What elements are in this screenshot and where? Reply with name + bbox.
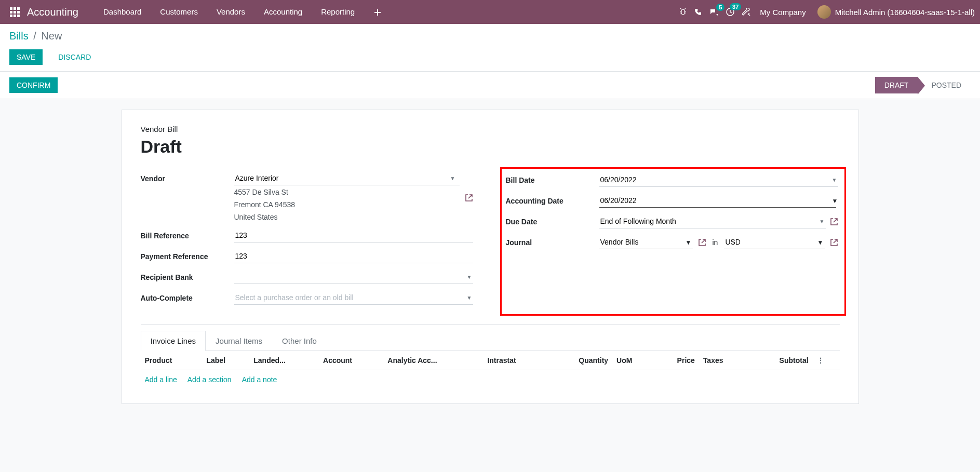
chat-icon[interactable]: 5	[710, 8, 718, 16]
discard-button[interactable]: Discard	[51, 49, 98, 65]
accounting-date-field[interactable]	[599, 194, 836, 208]
columns-menu-icon[interactable]: ⋮	[813, 351, 840, 370]
add-section-link[interactable]: Add a section	[187, 375, 232, 384]
stage-posted[interactable]: Posted	[918, 77, 971, 93]
breadcrumb: Bills / New	[9, 30, 971, 42]
recipient-bank-field[interactable]	[234, 270, 473, 284]
status-bar: Confirm Draft Posted	[0, 72, 980, 99]
nav-systray: 5 37	[679, 7, 750, 17]
tab-other-info[interactable]: Other Info	[272, 331, 327, 351]
bill-date-field[interactable]	[599, 173, 838, 187]
save-button[interactable]: Save	[9, 49, 43, 65]
nav-vendors[interactable]: Vendors	[207, 1, 254, 23]
form-view: Vendor Bill Draft Vendor ▼ 4557 De Silv	[0, 99, 980, 414]
breadcrumb-bills[interactable]: Bills	[9, 30, 29, 42]
apps-icon[interactable]	[8, 6, 21, 18]
col-subtotal: Subtotal	[748, 351, 812, 370]
label-vendor: Vendor	[141, 171, 234, 183]
notebook-tabs: Invoice Lines Journal Items Other Info	[141, 331, 840, 351]
label-accounting-date: Accounting Date	[506, 194, 599, 205]
add-line-link[interactable]: Add a line	[145, 375, 177, 384]
bug-icon[interactable]	[679, 8, 687, 16]
due-date-field[interactable]	[599, 214, 826, 228]
col-analytic: Analytic Acc...	[383, 351, 483, 370]
page-title: Draft	[141, 137, 840, 157]
col-product: Product	[141, 351, 203, 370]
form-col-left: Vendor ▼ 4557 De Silva St Fremont CA 945…	[141, 171, 473, 312]
invoice-lines-table: Product Label Landed... Account Analytic…	[141, 351, 840, 389]
bill-reference-field[interactable]	[234, 228, 473, 242]
label-bill-date: Bill Date	[506, 173, 599, 184]
col-intrastat: Intrastat	[483, 351, 547, 370]
col-quantity: Quantity	[547, 351, 612, 370]
table-row: Add a line Add a section Add a note	[141, 370, 840, 389]
user-menu[interactable]: Mitchell Admin (16604604-saas-15-1-all)	[817, 5, 975, 19]
chat-badge: 5	[716, 4, 724, 11]
col-uom: UoM	[612, 351, 654, 370]
company-selector[interactable]: My Company	[760, 8, 806, 17]
avatar	[817, 5, 831, 19]
col-price: Price	[654, 351, 699, 370]
col-account: Account	[319, 351, 383, 370]
table-header-row: Product Label Landed... Account Analytic…	[141, 351, 840, 370]
label-due-date: Due Date	[506, 214, 599, 226]
nav-add[interactable]	[364, 1, 391, 23]
col-label: Label	[202, 351, 249, 370]
journal-in-label: in	[713, 238, 718, 247]
title-label: Vendor Bill	[141, 125, 840, 133]
payment-reference-field[interactable]	[234, 249, 473, 263]
status-stages: Draft Posted	[875, 77, 971, 93]
external-link-icon[interactable]	[465, 193, 473, 202]
currency-field[interactable]	[724, 235, 824, 249]
label-pay-ref: Payment Reference	[141, 249, 234, 261]
external-link-icon[interactable]	[698, 238, 706, 247]
label-bill-ref: Bill Reference	[141, 228, 234, 240]
vendor-address: 4557 De Silva St Fremont CA 94538 United…	[234, 186, 460, 223]
notebook: Invoice Lines Journal Items Other Info P…	[141, 324, 840, 389]
label-journal: Journal	[506, 235, 599, 247]
phone-icon[interactable]	[694, 8, 703, 16]
label-auto-complete: Auto-Complete	[141, 291, 234, 302]
vendor-field[interactable]	[234, 171, 460, 185]
journal-field[interactable]	[599, 235, 693, 249]
confirm-button[interactable]: Confirm	[9, 77, 58, 93]
add-note-link[interactable]: Add a note	[242, 375, 277, 384]
stage-draft[interactable]: Draft	[875, 77, 918, 93]
tools-icon[interactable]	[742, 8, 750, 16]
breadcrumb-current: New	[41, 30, 62, 42]
col-taxes: Taxes	[699, 351, 748, 370]
tab-invoice-lines[interactable]: Invoice Lines	[141, 331, 206, 351]
auto-complete-field[interactable]	[234, 291, 473, 305]
nav-dashboard[interactable]: Dashboard	[94, 1, 151, 23]
external-link-icon[interactable]	[830, 217, 838, 226]
control-panel: Bills / New Save Discard	[0, 24, 980, 72]
user-name: Mitchell Admin (16604604-saas-15-1-all)	[835, 8, 975, 17]
activity-icon[interactable]: 37	[726, 7, 735, 17]
col-landed: Landed...	[249, 351, 319, 370]
app-brand[interactable]: Accounting	[27, 6, 78, 18]
nav-accounting[interactable]: Accounting	[254, 1, 312, 23]
form-col-right: Bill Date ▼ Accounting Date ▼ Due Date ▼…	[500, 167, 846, 316]
nav-customers[interactable]: Customers	[151, 1, 207, 23]
label-recipient-bank: Recipient Bank	[141, 270, 234, 281]
nav-reporting[interactable]: Reporting	[312, 1, 364, 23]
external-link-icon[interactable]	[830, 238, 838, 247]
top-nav: Accounting Dashboard Customers Vendors A…	[0, 0, 980, 24]
nav-menu: Dashboard Customers Vendors Accounting R…	[94, 1, 391, 23]
tab-journal-items[interactable]: Journal Items	[206, 331, 272, 351]
form-sheet: Vendor Bill Draft Vendor ▼ 4557 De Silv	[122, 110, 859, 404]
activity-badge: 37	[730, 3, 741, 10]
